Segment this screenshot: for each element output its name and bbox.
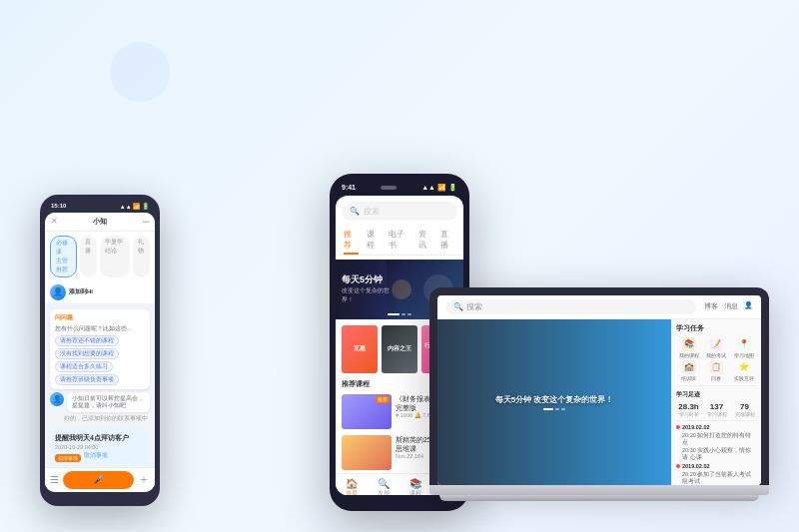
myexam-icon: 📝 [709,337,723,351]
quick-reply-2[interactable]: 没有找到想要的课程 [55,348,119,359]
stat-done-num: 79 [732,402,757,411]
course-thumb-2 [342,435,392,470]
stat-hours: 28.3h 学习时长 [676,402,701,417]
close-icon[interactable]: ✕ [51,217,58,226]
tab-recommend[interactable]: 推荐 [344,227,359,255]
chat-messages: 问问题 您有什么问题呢？比如这些... 请推荐还不错的课程 没有找到想要的课程 … [45,305,155,426]
practice-icon: ⭐ [737,360,751,374]
dot-1 [401,313,405,315]
agent-reply-avatar: 👤 [50,392,64,406]
stat-done: 79 完成课程 [732,402,757,417]
chat-tab-required[interactable]: 必修课主管推荐 [50,236,77,277]
tab-live[interactable]: 直播 [440,227,455,255]
laptop-task-mycourse[interactable]: 📚 我的课程 [676,337,702,358]
phone-left-time: 15:10 [51,203,66,210]
banner-text: 每天5分钟 改变这个复杂的世界！ [342,273,400,304]
mycourse-icon: 📚 [682,337,696,351]
question-text: 您有什么问题呢？比如这些... [55,324,145,333]
chat-agent: 👤 添加到Hi [45,281,155,303]
laptop-search-bar[interactable]: 🔍 搜索 [445,299,696,314]
phone-search-bar[interactable]: 🔍 搜索 [342,202,457,221]
laptop-task-myexam[interactable]: 📝 我的考试 [704,337,730,358]
laptop-task-map[interactable]: 📍 学习地图 [731,337,757,358]
laptop-tab-msg[interactable]: 消息 [724,301,738,311]
section-label: 推荐课程 [342,379,370,389]
reminder-time: 2020-10-29 04:00 [55,444,145,450]
chat-tab-gift[interactable]: 礼物 [133,236,150,277]
quick-reply-3[interactable]: 课程适合多久练习 [55,361,113,372]
footer-course[interactable]: 📚 课程 [409,478,421,495]
chat-tab-study[interactable]: 学显学 结论 [100,236,129,277]
banner-text-area: 每天5分钟 改变这个复杂的世界！ [336,260,400,319]
phone-left-body: 15:10 ▲▲ 📶 🔋 ✕ 小知 ••• 必修课主管推荐 直播 学显学 结论 … [40,195,160,506]
stat-hours-num: 28.3h [676,402,701,411]
laptop-stats: 28.3h 学习时长 137 学习课程 79 完成课程 [676,402,757,417]
menu-icon[interactable]: ☰ [50,474,59,485]
agent-avatar: 👤 [50,284,66,300]
chat-tab-live[interactable]: 直播 [80,236,97,277]
tab-course[interactable]: 课程 [367,227,382,255]
tab-news[interactable]: 资讯 [418,227,433,255]
task-label-class: 培训班 [681,375,696,381]
quick-reply-1[interactable]: 请推荐还不错的课程 [55,335,119,346]
phone-nav: 推荐 课程 电子书 资讯 直播 [336,227,463,256]
laptop-hero-content: 每天5分钟 改变这个复杂的世界！ [495,394,614,410]
hero-dot-active [543,408,553,410]
stat-hours-label: 学习时长 [676,411,701,417]
book-1[interactable]: 互惠 [342,325,378,373]
discover-icon: 🔍 [378,478,390,489]
laptop-tab-blog[interactable]: 博客 [704,301,718,311]
mic-button[interactable]: 🎤 [63,471,134,489]
phone-left-status: ▲▲ 📶 🔋 [120,203,149,210]
laptop-tab-user[interactable]: 👤 [744,301,753,311]
laptop-task-survey[interactable]: 📋 问卷 [704,360,730,381]
footer-home[interactable]: 🏠 首页 [346,478,358,495]
task-label-survey: 问卷 [711,375,721,381]
laptop: 🔍 搜索 博客 消息 👤 每天5分钟 [429,287,769,501]
reminder-tag[interactable]: 拟待事项 [55,454,81,462]
course-icon: 📚 [409,478,421,489]
laptop-task-practice[interactable]: ⭐ 实践互评 [731,360,757,381]
reminder-cancel[interactable]: 取消事项 [84,452,108,462]
activity-date-2: 2019.02.02 [676,463,757,469]
stat-courses-label: 学习课程 [704,411,729,417]
signal-icon: ▲▲ [421,184,435,191]
agent-reply: 👤 小知日前可以帮您提高会，提提题，请叫小知吧 [50,392,150,412]
laptop-task-class[interactable]: 🏫 培训班 [676,360,702,381]
laptop-nav-tabs: 博客 消息 👤 [704,301,753,311]
agent-reply-text: 小知日前可以帮您提高会，提提题，请叫小知吧 [72,395,145,409]
footer-discover[interactable]: 🔍 发现 [378,478,390,495]
activity-date-text-2: 2019.02.02 [682,463,710,469]
activity-dot-2 [676,464,680,468]
agent-name: 添加到Hi [69,287,93,296]
quick-replies: 请推荐还不错的课程 没有找到想要的课程 课程适合多久练习 请推荐班级负责事项 [55,335,145,385]
task-label-myexam: 我的考试 [706,352,726,358]
laptop-hero-dots [495,408,614,410]
add-icon[interactable]: ＋ [138,471,150,488]
task-label-map: 学习地图 [734,352,754,358]
laptop-sidebar-title: 学习任务 [676,323,757,333]
book-2[interactable]: 内容之王 [382,325,417,373]
footer-course-label: 课程 [409,490,421,495]
laptop-search-icon: 🔍 [453,302,463,311]
agent-reply-bubble: 小知日前可以帮您提高会，提提题，请叫小知吧 [67,392,150,412]
quick-reply-4[interactable]: 请推荐班级负责事项 [55,374,119,385]
chat-menu-icon[interactable]: ••• [143,219,149,225]
phone-status-icons: ▲▲ 📶 🔋 [421,184,457,192]
phone-notch-bar: 9:41 ▲▲ 📶 🔋 [336,184,463,192]
laptop-screen-outer: 🔍 搜索 博客 消息 👤 每天5分钟 [429,287,769,485]
agent-info: 添加到Hi [69,287,93,296]
laptop-screen: 🔍 搜索 博客 消息 👤 每天5分钟 [437,295,761,485]
hero-dot-1 [555,408,559,410]
wifi-icon: 📶 [437,184,446,192]
laptop-hero: 每天5分钟 改变这个复杂的世界！ [437,319,671,485]
tab-ebook[interactable]: 电子书 [389,227,410,255]
studymap-icon: 📍 [737,337,751,351]
home-icon: 🏠 [346,478,358,489]
laptop-activity-log: 2019.02.02 20:20 如何打造您的特有特点 20:30 实践小心观察… [676,420,757,485]
laptop-sidebar: 学习任务 📚 我的课程 📝 我的考试 📍 [671,319,761,485]
reminder-actions: 拟待事项 取消事项 [55,452,145,462]
activity-item-1: 20:20 如何打造您的特有特点 [676,432,757,446]
phone-notch-cutout [381,186,397,190]
laptop-base [429,485,769,495]
